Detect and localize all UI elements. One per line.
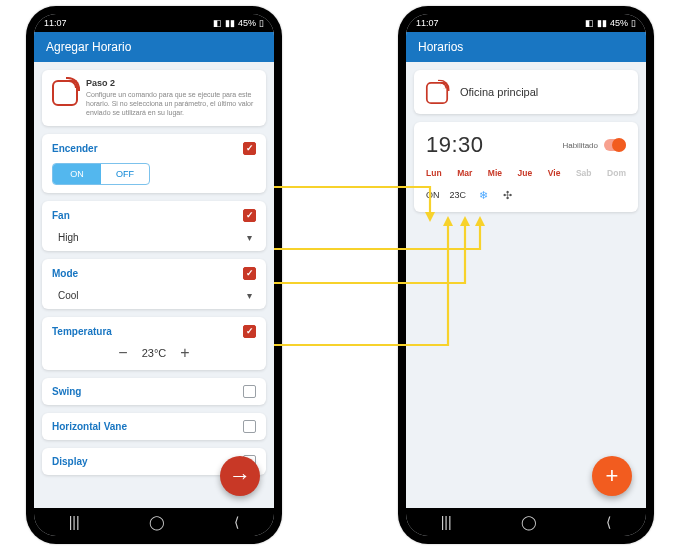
- temp-checkbox[interactable]: [243, 325, 256, 338]
- swing-label: Swing: [52, 386, 81, 397]
- broadlink-icon: [426, 82, 448, 104]
- temp-label: Temperatura: [52, 326, 112, 337]
- broadlink-icon: [52, 80, 78, 106]
- signal-icon: ▮▮: [225, 18, 235, 28]
- schedule-summary: ON 23C ❄ ✣: [426, 188, 626, 202]
- param-swing: Swing: [42, 378, 266, 405]
- wifi-icon: ◧: [585, 18, 594, 28]
- battery-icon: ▯: [631, 18, 636, 28]
- mode-label: Mode: [52, 268, 78, 279]
- power-toggle[interactable]: ON OFF: [52, 163, 150, 185]
- temp-stepper: − 23°C +: [52, 344, 256, 362]
- chevron-down-icon: ▾: [247, 290, 252, 301]
- battery-text: 45%: [238, 18, 256, 28]
- param-encender: Encender ON OFF: [42, 134, 266, 193]
- param-temp: Temperatura − 23°C +: [42, 317, 266, 370]
- day-row: Lun Mar Mie Jue Vie Sab Dom: [426, 168, 626, 178]
- nav-home[interactable]: ◯: [149, 514, 165, 530]
- enabled-label: Habilitado: [562, 141, 598, 150]
- chevron-down-icon: ▾: [247, 232, 252, 243]
- day-mar: Mar: [457, 168, 472, 178]
- phone-left: 11:07 ◧ ▮▮ 45% ▯ Agregar Horario Paso 2 …: [26, 6, 282, 544]
- day-jue: Jue: [518, 168, 533, 178]
- nav-bar: ||| ◯ ⟨: [34, 508, 274, 536]
- display-label: Display: [52, 456, 88, 467]
- intro-title: Paso 2: [86, 78, 256, 89]
- temp-minus-button[interactable]: −: [118, 344, 127, 362]
- nav-back[interactable]: ⟨: [606, 514, 611, 530]
- nav-bar: ||| ◯ ⟨: [406, 508, 646, 536]
- nav-recents[interactable]: |||: [441, 514, 452, 530]
- summary-temp: 23C: [450, 190, 467, 200]
- app-bar: Horarios: [406, 32, 646, 62]
- status-time: 11:07: [416, 18, 439, 28]
- signal-icon: ▮▮: [597, 18, 607, 28]
- day-dom: Dom: [607, 168, 626, 178]
- fan-label: Fan: [52, 210, 70, 221]
- arrow-right-icon: →: [229, 463, 251, 489]
- intro-body: Configure un comando para que se ejecute…: [86, 91, 256, 117]
- day-sab: Sab: [576, 168, 592, 178]
- mode-checkbox[interactable]: [243, 267, 256, 280]
- nav-recents[interactable]: |||: [69, 514, 80, 530]
- page-title: Horarios: [418, 40, 463, 54]
- enabled-switch[interactable]: [604, 139, 626, 151]
- param-mode: Mode Cool ▾: [42, 259, 266, 309]
- encender-checkbox[interactable]: [243, 142, 256, 155]
- summary-power: ON: [426, 190, 440, 200]
- hvane-label: Horizontal Vane: [52, 421, 127, 432]
- status-time: 11:07: [44, 18, 67, 28]
- nav-home[interactable]: ◯: [521, 514, 537, 530]
- swing-checkbox[interactable]: [243, 385, 256, 398]
- phone-right: 11:07 ◧ ▮▮ 45% ▯ Horarios Oficina princi…: [398, 6, 654, 544]
- fan-select[interactable]: High ▾: [52, 228, 256, 243]
- battery-text: 45%: [610, 18, 628, 28]
- snowflake-icon: ❄: [476, 188, 490, 202]
- temp-value: 23°C: [142, 347, 167, 359]
- param-fan: Fan High ▾: [42, 201, 266, 251]
- day-mie: Mie: [488, 168, 502, 178]
- fan-icon: ✣: [500, 188, 514, 202]
- camera-notch: [132, 14, 176, 28]
- page-title: Agregar Horario: [46, 40, 131, 54]
- plus-icon: +: [606, 463, 619, 489]
- temp-plus-button[interactable]: +: [180, 344, 189, 362]
- mode-select[interactable]: Cool ▾: [52, 286, 256, 301]
- fan-value: High: [58, 232, 79, 243]
- nav-back[interactable]: ⟨: [234, 514, 239, 530]
- battery-icon: ▯: [259, 18, 264, 28]
- mode-value: Cool: [58, 290, 79, 301]
- day-vie: Vie: [548, 168, 561, 178]
- schedule-time: 19:30: [426, 132, 484, 158]
- day-lun: Lun: [426, 168, 442, 178]
- fan-checkbox[interactable]: [243, 209, 256, 222]
- power-on[interactable]: ON: [53, 164, 101, 184]
- power-off[interactable]: OFF: [101, 164, 149, 184]
- camera-notch: [504, 14, 548, 28]
- location-card[interactable]: Oficina principal: [414, 70, 638, 114]
- location-name: Oficina principal: [460, 86, 538, 98]
- wifi-icon: ◧: [213, 18, 222, 28]
- schedule-card[interactable]: 19:30 Habilitado Lun Mar Mie Jue Vie Sab: [414, 122, 638, 212]
- next-fab[interactable]: →: [220, 456, 260, 496]
- intro-card: Paso 2 Configure un comando para que se …: [42, 70, 266, 126]
- param-hvane: Horizontal Vane: [42, 413, 266, 440]
- hvane-checkbox[interactable]: [243, 420, 256, 433]
- app-bar: Agregar Horario: [34, 32, 274, 62]
- encender-label: Encender: [52, 143, 98, 154]
- add-fab[interactable]: +: [592, 456, 632, 496]
